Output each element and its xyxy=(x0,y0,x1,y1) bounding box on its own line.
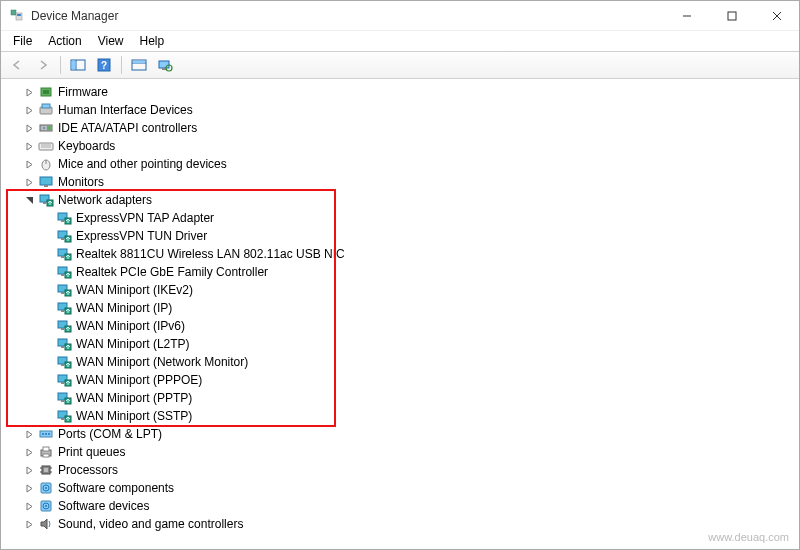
network-icon xyxy=(56,336,72,352)
tree-category[interactable]: Firmware xyxy=(2,83,798,101)
tree-device[interactable]: WAN Miniport (L2TP) xyxy=(2,335,798,353)
sound-icon xyxy=(38,516,54,532)
tree-category[interactable]: Monitors xyxy=(2,173,798,191)
device-label: WAN Miniport (IKEv2) xyxy=(76,283,193,297)
device-label: WAN Miniport (Network Monitor) xyxy=(76,355,248,369)
expand-icon[interactable] xyxy=(22,517,36,531)
svg-rect-30 xyxy=(40,177,52,185)
svg-rect-54 xyxy=(61,328,64,330)
svg-point-86 xyxy=(45,487,47,489)
tree-device[interactable]: ExpressVPN TAP Adapter xyxy=(2,209,798,227)
toolbar: ? xyxy=(1,51,799,79)
expand-icon[interactable] xyxy=(22,445,36,459)
tree-device[interactable]: WAN Miniport (PPPOE) xyxy=(2,371,798,389)
collapse-icon[interactable] xyxy=(22,193,36,207)
svg-text:?: ? xyxy=(101,60,107,71)
svg-point-89 xyxy=(45,505,47,507)
tree-category[interactable]: Human Interface Devices xyxy=(2,101,798,119)
expand-icon[interactable] xyxy=(22,427,36,441)
svg-rect-77 xyxy=(43,454,49,457)
tree-device[interactable]: Realtek PCIe GbE Family Controller xyxy=(2,263,798,281)
tree-category[interactable]: Processors xyxy=(2,461,798,479)
svg-rect-42 xyxy=(61,256,64,258)
svg-rect-2 xyxy=(17,14,21,16)
forward-button[interactable] xyxy=(31,54,55,76)
properties-button[interactable] xyxy=(127,54,151,76)
menu-action[interactable]: Action xyxy=(40,32,89,50)
watermark: www.deuaq.com xyxy=(708,531,789,543)
tree-category[interactable]: Sound, video and game controllers xyxy=(2,515,798,533)
menu-file[interactable]: File xyxy=(5,32,40,50)
cpu-icon xyxy=(38,462,54,478)
tree-device[interactable]: WAN Miniport (IP) xyxy=(2,299,798,317)
maximize-button[interactable] xyxy=(709,1,754,31)
svg-rect-33 xyxy=(43,202,46,204)
svg-rect-48 xyxy=(61,292,64,294)
expand-icon[interactable] xyxy=(22,139,36,153)
device-label: WAN Miniport (IPv6) xyxy=(76,319,185,333)
tree-device[interactable]: WAN Miniport (SSTP) xyxy=(2,407,798,425)
tree-category[interactable]: Mice and other pointing devices xyxy=(2,155,798,173)
tree-device[interactable]: ExpressVPN TUN Driver xyxy=(2,227,798,245)
close-button[interactable] xyxy=(754,1,799,31)
tree-category[interactable]: Software devices xyxy=(2,497,798,515)
category-label: IDE ATA/ATAPI controllers xyxy=(58,121,197,135)
network-icon xyxy=(56,228,72,244)
tree-device[interactable]: WAN Miniport (IPv6) xyxy=(2,317,798,335)
back-button[interactable] xyxy=(5,54,29,76)
tree-category[interactable]: Software components xyxy=(2,479,798,497)
tree-device[interactable]: Realtek 8811CU Wireless LAN 802.11ac USB… xyxy=(2,245,798,263)
tree-category[interactable]: Keyboards xyxy=(2,137,798,155)
tree-device[interactable]: WAN Miniport (IKEv2) xyxy=(2,281,798,299)
category-label: Monitors xyxy=(58,175,104,189)
show-hide-tree-button[interactable] xyxy=(66,54,90,76)
device-label: Realtek 8811CU Wireless LAN 802.11ac USB… xyxy=(76,247,345,261)
expand-icon[interactable] xyxy=(22,103,36,117)
expand-icon[interactable] xyxy=(22,121,36,135)
window-title: Device Manager xyxy=(31,9,664,23)
device-label: WAN Miniport (L2TP) xyxy=(76,337,190,351)
expand-icon[interactable] xyxy=(22,85,36,99)
minimize-button[interactable] xyxy=(664,1,709,31)
network-icon xyxy=(56,390,72,406)
tree-category[interactable]: Print queues xyxy=(2,443,798,461)
expand-icon[interactable] xyxy=(22,175,36,189)
network-icon xyxy=(56,282,72,298)
tree-category[interactable]: IDE ATA/ATAPI controllers xyxy=(2,119,798,137)
printer-icon xyxy=(38,444,54,460)
window-controls xyxy=(664,1,799,30)
device-label: ExpressVPN TUN Driver xyxy=(76,229,207,243)
expand-icon[interactable] xyxy=(22,499,36,513)
svg-rect-14 xyxy=(133,61,145,63)
help-button[interactable]: ? xyxy=(92,54,116,76)
expand-icon[interactable] xyxy=(22,463,36,477)
expand-icon[interactable] xyxy=(22,157,36,171)
network-icon xyxy=(56,210,72,226)
device-tree[interactable]: FirmwareHuman Interface DevicesIDE ATA/A… xyxy=(2,81,798,548)
category-label: Print queues xyxy=(58,445,125,459)
tree-device[interactable]: WAN Miniport (Network Monitor) xyxy=(2,353,798,371)
tree-category[interactable]: Ports (COM & LPT) xyxy=(2,425,798,443)
menubar: File Action View Help xyxy=(1,31,799,51)
device-label: WAN Miniport (PPPOE) xyxy=(76,373,202,387)
toolbar-separator xyxy=(121,56,122,74)
svg-rect-79 xyxy=(44,468,48,472)
network-icon xyxy=(56,372,72,388)
network-icon xyxy=(56,318,72,334)
device-label: WAN Miniport (PPTP) xyxy=(76,391,192,405)
category-label: Software components xyxy=(58,481,174,495)
scan-hardware-button[interactable] xyxy=(153,54,177,76)
tree-category[interactable]: Network adapters xyxy=(2,191,798,209)
svg-rect-36 xyxy=(61,220,64,222)
category-label: Network adapters xyxy=(58,193,152,207)
menu-view[interactable]: View xyxy=(90,32,132,50)
svg-rect-66 xyxy=(61,400,64,402)
monitor-icon xyxy=(38,174,54,190)
svg-rect-24 xyxy=(47,126,51,130)
category-label: Mice and other pointing devices xyxy=(58,157,227,171)
menu-help[interactable]: Help xyxy=(132,32,173,50)
expand-icon[interactable] xyxy=(22,481,36,495)
svg-rect-51 xyxy=(61,310,64,312)
tree-device[interactable]: WAN Miniport (PPTP) xyxy=(2,389,798,407)
network-icon xyxy=(56,246,72,262)
